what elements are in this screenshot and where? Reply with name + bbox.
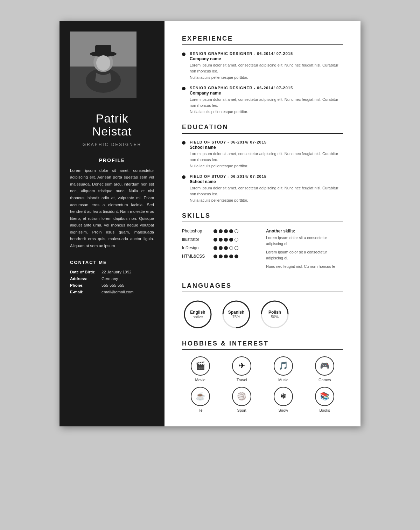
dot-filled <box>229 238 233 242</box>
exp-company: School name <box>190 179 343 184</box>
exp-company: Company name <box>190 91 343 96</box>
sidebar: Patrik Neistat GRAPHIC DESIGNER PROFILE … <box>59 21 164 426</box>
exp-extra: Nulla iaculis pellentesque porttitor. <box>190 198 343 202</box>
dot-filled <box>219 254 223 258</box>
exp-company: Company name <box>190 56 343 61</box>
contact-section: CONTACT ME Date of Birth: 22 January 199… <box>59 253 164 294</box>
skills-right: Another skills:Lorem ipsum dolor sit a c… <box>266 229 343 272</box>
hobbies-grid: 🎬 Movie ✈ Travel 🎵 Music 🎮 Games ☕ Té 🏐 … <box>182 356 343 412</box>
languages-row: English native Spanish 75% <box>182 299 343 330</box>
skills-right-title: Another skills: <box>266 229 343 233</box>
skills-heading: SKILLS <box>182 212 343 222</box>
exp-company: School name <box>190 145 343 150</box>
lang-level: native <box>190 315 205 319</box>
address-value: Germany <box>102 277 118 281</box>
lang-label: Spanish 75% <box>228 310 245 319</box>
exp-item: FIELD OF STUDY - 06-2014/ 07-2015 School… <box>182 174 343 202</box>
hobby-name: Games <box>318 378 331 382</box>
skill-row: InDesign <box>182 245 259 250</box>
profile-heading: PROFILE <box>70 158 154 163</box>
phone-value: 555-555-555 <box>102 283 124 287</box>
hobby-name: Travel <box>237 378 247 382</box>
hobby-item: 🎮 Games <box>307 356 343 382</box>
skill-dots <box>214 246 238 250</box>
exp-body: SENIOR GRAPHIC DESIGNER - 06-2014/ 07-20… <box>190 51 343 79</box>
lang-label: English native <box>190 310 205 319</box>
exp-desc: Lorem ipsum dolor sit amet, consectetur … <box>190 151 343 162</box>
education-heading: EDUCATION <box>182 124 343 134</box>
exp-role: SENIOR GRAPHIC DESIGNER - 06-2014/ 07-20… <box>190 51 343 56</box>
skills-grid: PhotoshopIllustratorInDesignHTML&CSS Ano… <box>182 229 343 272</box>
hobby-item: 📚 Books <box>307 387 343 412</box>
exp-role: SENIOR GRAPHIC DESIGNER - 06-2014/ 07-20… <box>190 86 343 90</box>
contact-heading: CONTACT ME <box>70 260 154 265</box>
dot-filled <box>219 229 223 233</box>
skills-right-text: Nunc nec feugiat nisl. Cu non rhoncus le <box>266 264 343 270</box>
skill-name: HTML&CSS <box>182 254 214 259</box>
experience-heading: EXPERIENCE <box>182 35 343 45</box>
skill-name: Illustrator <box>182 237 214 242</box>
svg-rect-5 <box>95 45 111 55</box>
dot-empty <box>234 229 238 233</box>
skill-name: InDesign <box>182 245 214 250</box>
skill-row: Illustrator <box>182 237 259 242</box>
skills-left: PhotoshopIllustratorInDesignHTML&CSS <box>182 229 259 272</box>
lang-level: 50% <box>268 315 281 319</box>
language-circle: English native <box>182 299 214 330</box>
dob-value: 22 January 1992 <box>102 270 132 274</box>
skills-right-text: Lorem ipsum dolor sit a consectetur adip… <box>266 235 343 246</box>
profile-section: PROFILE Lorem ipsum dolor sit amet, cons… <box>59 154 164 253</box>
exp-item: SENIOR GRAPHIC DESIGNER - 06-2014/ 07-20… <box>182 86 343 114</box>
hobby-name: Movie <box>195 378 205 382</box>
lang-label: Polish 50% <box>268 310 281 319</box>
exp-role: FIELD OF STUDY - 06-2014/ 07-2015 <box>190 140 343 144</box>
hobby-name: Té <box>198 408 203 412</box>
exp-role: FIELD OF STUDY - 06-2014/ 07-2015 <box>190 174 343 179</box>
main-content: EXPERIENCE SENIOR GRAPHIC DESIGNER - 06-… <box>164 21 360 426</box>
language-item: Polish 50% <box>259 299 290 330</box>
hobby-icon: ✈ <box>232 356 251 376</box>
hobby-item: 🎬 Movie <box>182 356 219 382</box>
hobby-item: ✈ Travel <box>224 356 260 382</box>
skill-name: Photoshop <box>182 229 214 233</box>
dot-filled <box>214 246 217 250</box>
dot-filled <box>224 246 228 250</box>
contact-phone: Phone: 555-555-555 <box>70 283 154 287</box>
profile-photo <box>70 32 136 98</box>
skill-dots <box>214 254 238 258</box>
exp-body: FIELD OF STUDY - 06-2014/ 07-2015 School… <box>190 140 343 168</box>
address-label: Address: <box>70 277 102 281</box>
bullet-icon <box>182 87 186 90</box>
contact-email: E-mail: email@email.com <box>70 290 154 294</box>
profile-text: Lorem ipsum dolor sit amet, consectetur … <box>70 167 154 250</box>
skill-dots <box>214 238 238 242</box>
dob-label: Date of Birth: <box>70 270 102 274</box>
dot-empty <box>234 246 238 250</box>
dot-filled <box>214 229 217 233</box>
dot-filled <box>214 254 217 258</box>
exp-extra: Nulla iaculis pellentesque porttitor. <box>190 75 343 79</box>
lang-name: Polish <box>268 310 281 315</box>
dot-filled <box>219 238 223 242</box>
hobby-icon: 🎬 <box>191 356 210 376</box>
language-item: English native <box>182 299 214 330</box>
skill-dots <box>214 229 238 233</box>
hobby-name: Sport <box>237 408 246 412</box>
phone-label: Phone: <box>70 283 102 287</box>
hobby-item: 🏐 Sport <box>224 387 260 412</box>
hobby-icon: ❄ <box>274 387 293 406</box>
exp-extra: Nulla iaculis pellentesque porttitor. <box>190 110 343 114</box>
skills-right-text: Lorem ipsum dolor sit a consectetur adip… <box>266 249 343 261</box>
languages-heading: LANGUAGES <box>182 282 343 292</box>
hobby-item: 🎵 Music <box>265 356 302 382</box>
hobby-name: Music <box>278 378 288 382</box>
hobbies-heading: HOBBIES & INTEREST <box>182 340 343 350</box>
lang-name: English <box>190 310 205 315</box>
dot-filled <box>214 238 217 242</box>
hobby-item: ❄ Snow <box>265 387 302 412</box>
dot-filled <box>219 246 223 250</box>
language-circle: Polish 50% <box>259 299 290 330</box>
lang-name: Spanish <box>228 310 245 315</box>
hobby-icon: 🎵 <box>274 356 293 376</box>
skill-row: Photoshop <box>182 229 259 233</box>
